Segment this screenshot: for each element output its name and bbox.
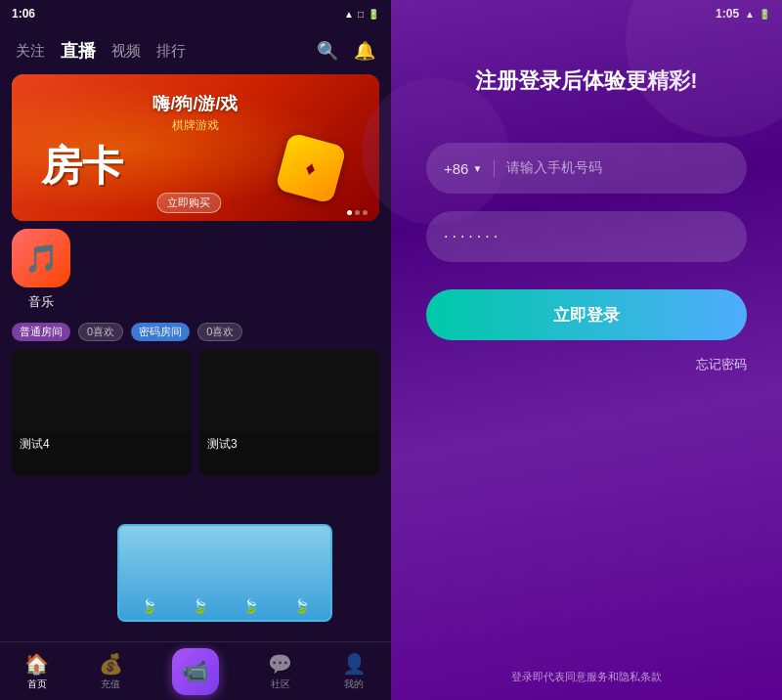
login-footer: 登录即代表同意服务和隐私条款 xyxy=(391,654,782,700)
leaf-icon-6: 🍃 xyxy=(192,598,208,614)
forgot-pw-text: 忘记密码 xyxy=(696,357,747,372)
video-camera-icon: 📹 xyxy=(182,659,208,684)
nav-item-shipin[interactable]: 视频 xyxy=(111,42,141,61)
nav-item-paihang[interactable]: 排行 xyxy=(156,42,186,61)
room-card-2-title: 测试3 xyxy=(207,436,371,453)
leaf-icon-7: 🍃 xyxy=(242,598,259,614)
banner-dots xyxy=(347,210,368,215)
password-input-row[interactable]: ······· xyxy=(426,211,747,262)
tag-like-1[interactable]: 0喜欢 xyxy=(78,323,123,341)
banner-subtitle: 棋牌游戏 xyxy=(172,117,219,134)
signal-icon: ▲ xyxy=(344,9,354,20)
nav-community[interactable]: 💬 社区 xyxy=(268,652,292,691)
terms-text[interactable]: 登录即代表同意服务和隐私条款 xyxy=(511,671,662,682)
nav-community-label: 社区 xyxy=(271,678,290,691)
status-time-left: 1:06 xyxy=(12,7,35,21)
bottom-nav: 🏠 首页 💰 充值 📹 💬 社区 👤 我的 xyxy=(0,641,391,700)
left-panel: 1:06 ▲ □ 🔋 关注 直播 视频 排行 🔍 🔔 嗨/狗/游/戏 棋牌游戏 … xyxy=(0,0,391,700)
banner-title: 嗨/狗/游/戏 xyxy=(152,92,238,115)
banner-main-text: 房卡 xyxy=(41,139,123,194)
banner-dot-1 xyxy=(347,210,352,215)
right-panel: 1:05 ▲ 🔋 注册登录后体验更精彩! +86 ▼ 请输入手机号码 ·····… xyxy=(391,0,782,700)
tag-like-2[interactable]: 0喜欢 xyxy=(197,323,242,341)
overlay-leaves-bottom: 🍃 🍃 🍃 🍃 xyxy=(119,594,330,618)
nav-recharge[interactable]: 💰 充值 xyxy=(99,652,123,691)
nav-item-zhibo[interactable]: 直播 xyxy=(61,39,96,63)
nav-live[interactable]: 📹 xyxy=(172,648,219,695)
banner-buy-btn[interactable]: 立即购买 xyxy=(156,193,221,213)
nav-mine-label: 我的 xyxy=(344,678,364,691)
room-card-1-info: 测试4 xyxy=(12,432,192,457)
leaf-icon-5: 🍃 xyxy=(141,598,157,614)
room-card-1-bg xyxy=(12,349,192,432)
mine-icon: 👤 xyxy=(342,652,367,676)
room-card-2-info: 测试3 xyxy=(199,432,379,457)
top-nav: 关注 直播 视频 排行 🔍 🔔 xyxy=(0,27,391,74)
leaf-icon-8: 🍃 xyxy=(293,598,310,614)
banner-dot-3 xyxy=(363,210,368,215)
forgot-password[interactable]: 忘记密码 xyxy=(426,356,747,373)
live-center-btn[interactable]: 📹 xyxy=(172,648,219,695)
overlay-image: 🍃 🍃 🍃 🍃 🍃 🍃 🍃 🍃 xyxy=(117,524,332,622)
login-button[interactable]: 立即登录 xyxy=(426,289,747,340)
nav-mine[interactable]: 👤 我的 xyxy=(342,652,367,691)
nav-item-guanzhu[interactable]: 关注 xyxy=(16,42,45,61)
phone-placeholder: 请输入手机号码 xyxy=(506,159,729,177)
nav-icons: 🔍 🔔 xyxy=(317,40,375,62)
music-note-icon: 🎵 xyxy=(24,242,59,275)
nav-home[interactable]: 🏠 首页 xyxy=(24,652,49,691)
banner: 嗨/狗/游/戏 棋牌游戏 房卡 ♦ 立即购买 xyxy=(12,74,379,221)
banner-dot-2 xyxy=(355,210,360,215)
room-card-1-title: 测试4 xyxy=(20,436,184,453)
wifi-icon: □ xyxy=(358,9,364,20)
nav-recharge-label: 充值 xyxy=(101,678,120,691)
music-label: 音乐 xyxy=(28,293,54,311)
search-icon[interactable]: 🔍 xyxy=(317,40,338,62)
login-btn-text: 立即登录 xyxy=(553,304,620,327)
room-tags: 普通房间 0喜欢 密码房间 0喜欢 xyxy=(0,319,391,345)
room-card-2-bg xyxy=(199,349,379,432)
tag-password-room[interactable]: 密码房间 xyxy=(131,323,190,341)
home-icon: 🏠 xyxy=(24,652,49,676)
bell-icon[interactable]: 🔔 xyxy=(354,40,375,62)
nav-home-label: 首页 xyxy=(27,678,47,691)
battery-icon: 🔋 xyxy=(368,9,379,20)
status-icons-left: ▲ □ 🔋 xyxy=(344,9,379,20)
recharge-icon: 💰 xyxy=(99,652,123,676)
room-card-1[interactable]: 测试4 xyxy=(12,349,192,476)
music-item[interactable]: 🎵 音乐 xyxy=(12,229,70,311)
password-dots: ······· xyxy=(444,228,501,245)
tag-normal-room[interactable]: 普通房间 xyxy=(12,323,70,341)
community-icon: 💬 xyxy=(268,652,292,676)
deco-circle-2 xyxy=(362,78,508,225)
music-icon: 🎵 xyxy=(12,229,70,287)
status-bar-left: 1:06 ▲ □ 🔋 xyxy=(0,0,391,27)
room-card-2[interactable]: 测试3 xyxy=(199,349,379,476)
